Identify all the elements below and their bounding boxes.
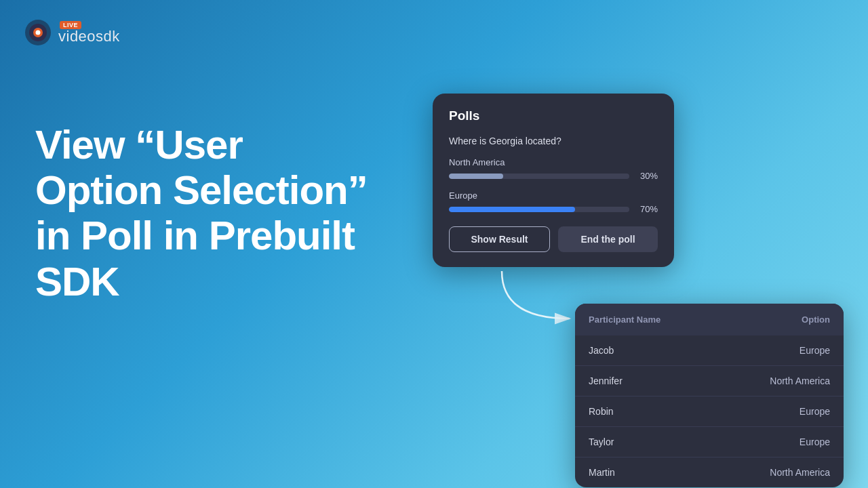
poll-bar-bg-eu — [449, 207, 629, 212]
col-header-option: Option — [718, 304, 844, 336]
table-row: Taylor Europe — [575, 427, 844, 458]
participant-option: Europe — [718, 427, 844, 458]
poll-option-label-na: North America — [449, 157, 658, 167]
poll-option-label-eu: Europe — [449, 190, 658, 201]
poll-bar-fill-na — [449, 174, 503, 179]
headline-line3: in Poll in Prebuilt — [35, 213, 355, 258]
end-poll-button[interactable]: End the poll — [558, 226, 658, 252]
poll-bar-fill-eu — [449, 207, 575, 212]
headline-line4: SDK — [35, 259, 119, 304]
table-row: Robin Europe — [575, 396, 844, 427]
participant-option: North America — [718, 458, 844, 488]
show-result-button[interactable]: Show Result — [449, 226, 550, 252]
headline-line2: Option Selection” — [35, 167, 368, 213]
participant-name: Jacob — [575, 336, 718, 366]
headline-block: View “User Option Selection” in Poll in … — [35, 122, 388, 304]
participant-name: Martin — [575, 458, 718, 488]
poll-card: Polls Where is Georgia located? North Am… — [433, 94, 674, 267]
participant-name: Taylor — [575, 427, 718, 458]
poll-bar-row-na: 30% — [449, 171, 658, 181]
results-table: Participant Name Option Jacob Europe Jen… — [575, 304, 844, 487]
participant-option: Europe — [718, 396, 844, 427]
logo-text-group: LIVE videosdk — [58, 21, 120, 44]
poll-bar-row-eu: 70% — [449, 204, 658, 214]
poll-card-title: Polls — [449, 108, 658, 123]
poll-bar-bg-na — [449, 174, 629, 179]
logo-wordmark: videosdk — [58, 29, 120, 44]
col-header-participant: Participant Name — [575, 304, 718, 336]
svg-point-3 — [36, 30, 41, 35]
participant-name: Jennifer — [575, 366, 718, 396]
participant-option: Europe — [718, 336, 844, 366]
headline-line1: View “User — [35, 122, 243, 167]
header: LIVE videosdk — [24, 19, 120, 46]
arrow-connector — [481, 264, 590, 332]
participant-name: Robin — [575, 396, 718, 427]
table-row: Martin North America — [575, 458, 844, 488]
poll-question: Where is Georgia located? — [449, 136, 658, 146]
poll-buttons: Show Result End the poll — [449, 226, 658, 252]
participant-option: North America — [718, 366, 844, 396]
videosdk-logo-icon — [24, 19, 52, 46]
poll-pct-eu: 70% — [636, 204, 658, 214]
table-row: Jacob Europe — [575, 336, 844, 366]
table-row: Jennifer North America — [575, 366, 844, 396]
poll-pct-na: 30% — [636, 171, 658, 181]
results-card: Participant Name Option Jacob Europe Jen… — [575, 304, 844, 487]
